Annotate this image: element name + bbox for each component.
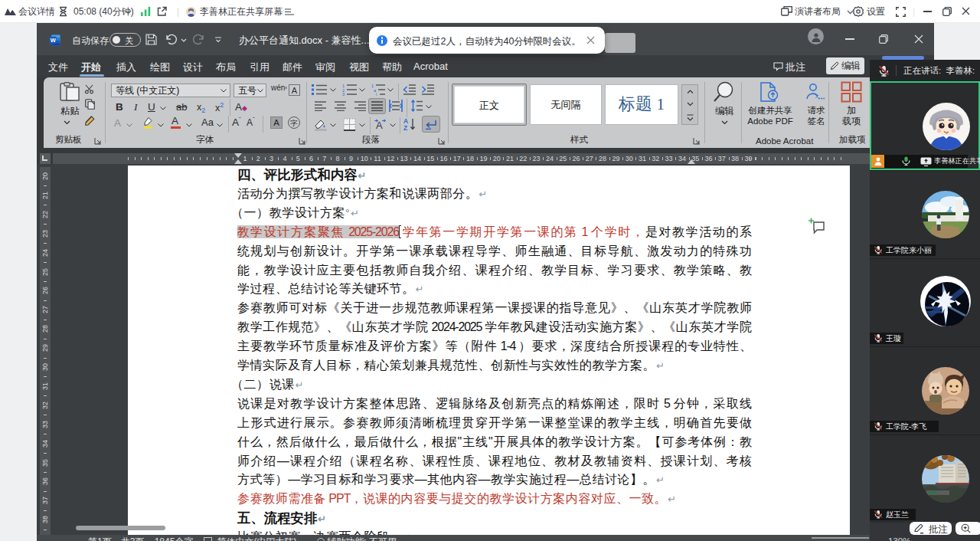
svg-text:Z: Z xyxy=(403,124,407,131)
svg-text:W: W xyxy=(51,37,57,44)
svg-text:3: 3 xyxy=(342,92,345,96)
svg-text:i: i xyxy=(376,92,377,96)
